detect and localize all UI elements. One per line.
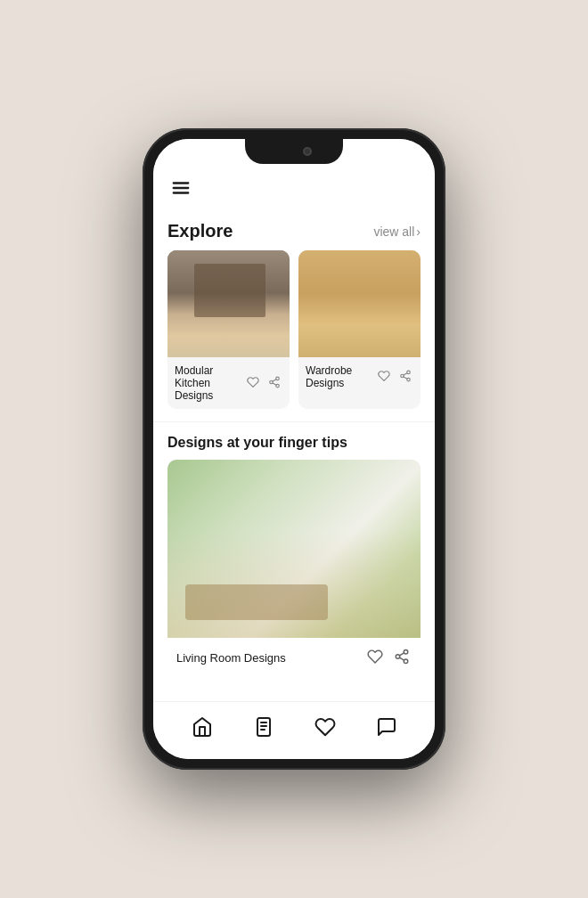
svg-line-21 <box>399 653 404 656</box>
kitchen-share-button[interactable] <box>266 374 282 393</box>
phone-screen: Explore view all › Modular Kitchen Desig… <box>153 139 435 759</box>
bottom-navigation <box>153 701 435 759</box>
kitchen-card-label: Modular Kitchen Designs <box>175 364 245 402</box>
svg-line-15 <box>404 376 407 378</box>
camera-dot <box>303 147 312 156</box>
explore-title: Explore <box>167 221 233 241</box>
nav-list[interactable] <box>242 713 285 741</box>
kitchen-image <box>167 250 290 357</box>
living-share-button[interactable] <box>392 647 412 669</box>
kitchen-like-button[interactable] <box>245 374 261 393</box>
explore-section-header: Explore view all › <box>153 212 435 250</box>
living-card-actions <box>365 647 412 669</box>
menu-button[interactable] <box>171 178 191 201</box>
view-all-chevron: › <box>416 224 421 239</box>
living-like-button[interactable] <box>365 647 385 669</box>
header-icons <box>392 182 417 198</box>
kitchen-card-actions <box>245 374 282 393</box>
view-all-button[interactable]: view all › <box>373 224 421 239</box>
main-content: Explore view all › Modular Kitchen Desig… <box>153 212 435 701</box>
living-card-footer: Living Room Designs <box>167 638 421 678</box>
view-all-label: view all <box>373 224 414 239</box>
wardrobe-image <box>298 250 421 357</box>
wardrobe-like-button[interactable] <box>376 368 392 387</box>
nav-favorites[interactable] <box>304 713 347 741</box>
kitchen-card-footer: Modular Kitchen Designs <box>167 357 290 409</box>
svg-line-16 <box>404 372 407 374</box>
nav-home[interactable] <box>181 713 224 741</box>
designs-card-living[interactable]: Living Room Designs <box>167 460 421 678</box>
wardrobe-card-footer: Wardrobe Designs <box>298 357 421 396</box>
living-card-label: Living Room Designs <box>176 651 286 665</box>
phone-notch <box>245 139 343 164</box>
explore-card-kitchen[interactable]: Modular Kitchen Designs <box>167 250 290 409</box>
svg-line-20 <box>399 657 404 660</box>
svg-line-11 <box>273 379 276 380</box>
svg-line-10 <box>273 382 276 384</box>
wardrobe-share-button[interactable] <box>397 368 413 387</box>
nav-chat[interactable] <box>365 713 408 741</box>
explore-cards-row: Modular Kitchen Designs <box>153 250 435 409</box>
phone-frame: Explore view all › Modular Kitchen Desig… <box>143 128 445 770</box>
living-room-image <box>167 460 421 638</box>
wardrobe-card-label: Wardrobe Designs <box>306 364 376 389</box>
designs-section: Designs at your finger tips Living Room … <box>153 422 435 678</box>
wardrobe-card-actions <box>376 368 413 387</box>
designs-title: Designs at your finger tips <box>167 435 421 451</box>
explore-card-wardrobe[interactable]: Wardrobe Designs <box>298 250 421 409</box>
